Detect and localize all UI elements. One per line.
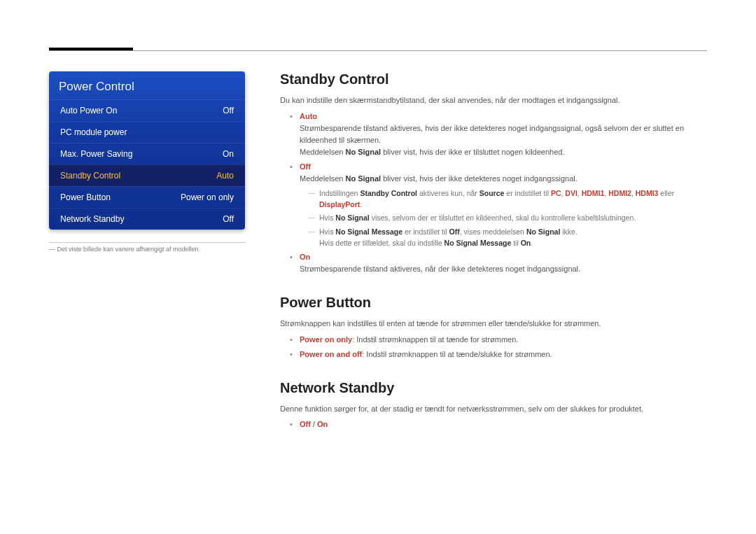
hl: HDMI3 <box>636 189 659 197</box>
menu-row-power-button[interactable]: Power Button Power on only <box>49 186 245 208</box>
text: Meddelelsen <box>300 148 345 156</box>
list-item: Auto Strømbesparende tilstand aktiveres,… <box>293 111 707 158</box>
text: bliver vist, hvis der ikke er tilsluttet… <box>381 148 564 156</box>
header-accent <box>49 48 133 50</box>
header-rule <box>49 50 707 51</box>
text: Indstillingen <box>319 189 360 197</box>
bold: Off <box>449 227 460 236</box>
text: til <box>511 239 520 247</box>
menu-label: Network Standby <box>60 214 124 224</box>
hl: Power on only <box>300 335 352 344</box>
bold: No Signal <box>526 227 560 236</box>
text: Strømbesparende tilstand aktiveres, når … <box>300 265 580 273</box>
menu-row-max-power-saving[interactable]: Max. Power Saving On <box>49 143 245 164</box>
image-footnote: ― Det viste billede kan variere afhængig… <box>49 242 245 253</box>
text: : Indstil strømknappen til at tænde for … <box>352 335 518 344</box>
list-item: Off / On <box>293 419 707 430</box>
menu-label: Standby Control <box>60 171 120 181</box>
bold: On <box>521 239 531 247</box>
bold: No Signal Message <box>444 239 512 247</box>
text: er indstillet til <box>402 227 449 236</box>
hl: PC <box>551 189 561 197</box>
list-item: Hvis No Signal vises, selvom der er tils… <box>309 212 707 223</box>
text: bliver vist, hvis der ikke detekteres no… <box>381 174 578 183</box>
standby-control-list: Auto Strømbesparende tilstand aktiveres,… <box>293 111 707 276</box>
option-auto: Auto <box>300 112 317 120</box>
list-item: Hvis No Signal Message er indstillet til… <box>309 226 707 249</box>
bold: No Signal <box>335 213 369 222</box>
power-control-menu: Power Control Auto Power On Off PC modul… <box>49 71 245 230</box>
menu-value: On <box>223 149 234 159</box>
bold: Source <box>479 189 505 197</box>
network-standby-heading: Network Standby <box>280 380 707 396</box>
text: Meddelelsen <box>300 174 345 183</box>
menu-row-auto-power-on[interactable]: Auto Power On Off <box>49 99 245 121</box>
hl: DisplayPort <box>319 200 360 209</box>
list-item: On Strømbesparende tilstand aktiveres, n… <box>293 251 707 275</box>
bold: No Signal <box>345 174 381 183</box>
list-item: Indstillingen Standby Control aktiveres … <box>309 188 707 211</box>
menu-row-network-standby[interactable]: Network Standby Off <box>49 208 245 230</box>
menu-value: Auto <box>216 171 234 181</box>
menu-value: Power on only <box>181 192 234 202</box>
menu-value: Off <box>223 214 234 224</box>
menu-row-pc-module-power[interactable]: PC module power <box>49 121 245 143</box>
hl: On <box>317 420 328 428</box>
network-standby-intro: Denne funktion sørger for, at der stadig… <box>280 403 707 415</box>
text: / <box>311 420 317 428</box>
bold: No Signal Message <box>335 227 402 236</box>
text: aktiveres kun, når <box>417 189 479 197</box>
menu-label: Max. Power Saving <box>60 149 132 159</box>
power-button-heading: Power Button <box>280 295 707 311</box>
list-item: Power on only: Indstil strømknappen til … <box>293 334 707 346</box>
standby-control-intro: Du kan indstille den skærmstandbytilstan… <box>280 94 707 106</box>
option-off: Off <box>300 162 311 171</box>
menu-value: Off <box>223 106 234 115</box>
standby-control-heading: Standby Control <box>280 71 707 87</box>
hl: Off <box>300 420 311 428</box>
hl: HDMI2 <box>608 189 631 197</box>
hl: HDMI1 <box>582 189 605 197</box>
menu-title: Power Control <box>49 71 245 99</box>
text: Hvis <box>319 227 335 236</box>
power-button-intro: Strømknappen kan indstilles til enten at… <box>280 318 707 330</box>
text: vises, selvom der er tilsluttet en kilde… <box>370 213 636 222</box>
list-item: Off Meddelelsen No Signal bliver vist, h… <box>293 161 707 248</box>
text: , vises meddelelsen <box>460 227 526 236</box>
text: Strømbesparende tilstand aktiveres, hvis… <box>300 124 684 144</box>
sub-list: Indstillingen Standby Control aktiveres … <box>309 188 707 248</box>
menu-label: Auto Power On <box>60 106 117 115</box>
left-column: Power Control Auto Power On Off PC modul… <box>49 71 245 253</box>
network-standby-list: Off / On <box>293 419 707 430</box>
bold: No Signal <box>345 148 381 156</box>
bold: Standby Control <box>360 189 417 197</box>
menu-label: Power Button <box>60 192 111 202</box>
hl: Power on and off <box>300 350 362 358</box>
text: Hvis dette er tilfældet, skal du indstil… <box>319 239 444 247</box>
hl: DVI <box>565 189 578 197</box>
page-layout: Power Control Auto Power On Off PC modul… <box>49 71 707 433</box>
menu-row-standby-control[interactable]: Standby Control Auto <box>49 164 245 186</box>
right-column: Standby Control Du kan indstille den skæ… <box>280 71 707 433</box>
text: ikke. <box>560 227 578 236</box>
text: Hvis <box>319 213 335 222</box>
list-item: Power on and off: Indstil strømknappen t… <box>293 349 707 360</box>
text: er indstillet til <box>504 189 551 197</box>
menu-label: PC module power <box>60 127 127 137</box>
text: . <box>360 200 362 209</box>
text: . <box>531 239 533 247</box>
option-on: On <box>300 253 310 261</box>
power-button-list: Power on only: Indstil strømknappen til … <box>293 334 707 360</box>
text: eller <box>658 189 674 197</box>
text: : Indstil strømknappen til at tænde/sluk… <box>362 350 552 358</box>
